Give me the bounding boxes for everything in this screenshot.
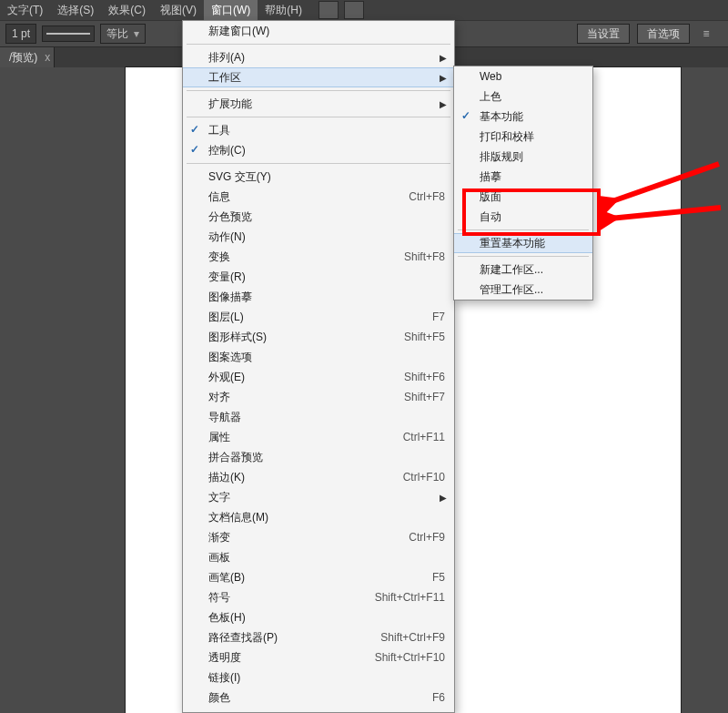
menu-effect[interactable]: 效果(C) xyxy=(101,0,153,20)
menu-item[interactable]: 信息Ctrl+F8 xyxy=(183,187,454,207)
menu-item-label: 文字 xyxy=(208,490,445,505)
menu-text[interactable]: 文字(T) xyxy=(0,0,50,20)
workspace-submenu[interactable]: Web上色✓基本功能打印和校样排版规则描摹版面自动重置基本功能新建工作区...管… xyxy=(453,66,593,300)
menu-separator xyxy=(187,163,450,164)
stroke-weight-field[interactable]: 1 pt xyxy=(5,24,36,44)
menu-view[interactable]: 视图(V) xyxy=(153,0,204,20)
submenu-item[interactable]: 新建工作区... xyxy=(454,260,592,280)
menu-item[interactable]: ✓控制(C) xyxy=(183,140,454,160)
close-icon[interactable]: x xyxy=(45,47,50,67)
menu-item[interactable]: 路径查找器(P)Shift+Ctrl+F9 xyxy=(183,627,454,647)
menu-item[interactable]: 导航器 xyxy=(183,407,454,427)
menu-item[interactable]: 符号Shift+Ctrl+F11 xyxy=(183,587,454,607)
bridge-icon[interactable] xyxy=(318,1,339,19)
menu-item-label: 导航器 xyxy=(208,410,445,425)
menu-item[interactable]: 描边(K)Ctrl+F10 xyxy=(183,467,454,487)
menu-item[interactable]: 画板 xyxy=(183,547,454,567)
menu-item[interactable]: 链接(I) xyxy=(183,667,454,688)
menu-item[interactable]: 属性Ctrl+F11 xyxy=(183,427,454,447)
menu-item[interactable]: 新建窗口(W) xyxy=(183,21,454,41)
menu-item[interactable]: 画笔(B)F5 xyxy=(183,567,454,587)
menu-item[interactable]: 文档信息(M) xyxy=(183,507,454,527)
document-tab[interactable]: /预览) x xyxy=(0,47,55,67)
menu-item[interactable]: 变量(R) xyxy=(183,267,454,287)
submenu-item[interactable]: 打印和校样 xyxy=(454,127,592,147)
menu-item-shortcut: Shift+F7 xyxy=(377,391,445,403)
scale-mode-select[interactable]: 等比 ▾ xyxy=(100,24,146,44)
submenu-item[interactable]: 版面 xyxy=(454,187,592,207)
menubar: 文字(T) 选择(S) 效果(C) 视图(V) 窗口(W) 帮助(H) xyxy=(0,0,728,20)
submenu-item[interactable]: 上色 xyxy=(454,87,592,107)
menu-item-label: 画板 xyxy=(208,550,445,565)
menu-item[interactable]: 动作(N) xyxy=(183,227,454,247)
menu-item-label: 新建窗口(W) xyxy=(208,24,445,39)
panel-menu-icon[interactable]: ≡ xyxy=(697,25,715,43)
menu-select[interactable]: 选择(S) xyxy=(50,0,101,20)
menu-item[interactable]: 渐变Ctrl+F9 xyxy=(183,527,454,547)
window-menu-dropdown[interactable]: 新建窗口(W)排列(A)▶工作区▶扩展功能▶✓工具✓控制(C)SVG 交互(Y)… xyxy=(182,20,455,713)
submenu-item[interactable]: 自动 xyxy=(454,207,592,227)
menu-item[interactable]: 对齐Shift+F7 xyxy=(183,387,454,407)
submenu-item[interactable]: Web xyxy=(454,66,592,87)
menu-item-label: 信息 xyxy=(208,189,381,205)
menu-item-label: 工作区 xyxy=(208,70,445,86)
menu-item-label: 图形样式(S) xyxy=(208,330,377,345)
submenu-item[interactable]: 排版规则 xyxy=(454,147,592,167)
submenu-item-label: 版面 xyxy=(480,189,583,205)
menu-item-label: 变量(R) xyxy=(208,270,445,285)
menu-item[interactable]: 图像描摹 xyxy=(183,287,454,307)
menu-item[interactable]: 工作区▶ xyxy=(183,67,454,87)
check-icon: ✓ xyxy=(190,123,199,136)
menu-item-label: 文档信息(M) xyxy=(208,510,445,525)
submenu-item[interactable]: 重置基本功能 xyxy=(454,233,592,253)
submenu-arrow-icon: ▶ xyxy=(440,73,447,83)
menu-separator xyxy=(187,44,450,45)
menu-item-shortcut: F5 xyxy=(405,571,445,584)
submenu-item-label: 管理工作区... xyxy=(480,282,583,298)
menu-item-label: 画笔(B) xyxy=(208,570,405,586)
stroke-preview[interactable] xyxy=(42,25,95,42)
submenu-item-label: 打印和校样 xyxy=(480,129,583,145)
menu-separator xyxy=(187,117,450,117)
menu-window[interactable]: 窗口(W) xyxy=(204,0,258,20)
menu-item[interactable]: 色板(H) xyxy=(183,607,454,627)
menu-item[interactable]: 扩展功能▶ xyxy=(183,94,454,114)
menu-item-label: 路径查找器(P) xyxy=(208,630,353,646)
submenu-item[interactable]: ✓基本功能 xyxy=(454,107,592,127)
submenu-arrow-icon: ▶ xyxy=(440,493,447,503)
menu-item[interactable]: 分色预览 xyxy=(183,207,454,227)
submenu-item-label: 自动 xyxy=(480,209,583,225)
menu-item-label: 拼合器预览 xyxy=(208,450,445,465)
preferences-button[interactable]: 首选项 xyxy=(637,24,690,44)
menu-item[interactable]: 文字▶ xyxy=(183,487,454,507)
menu-item[interactable]: ✓工具 xyxy=(183,120,454,140)
menu-item[interactable]: 透明度Shift+Ctrl+F10 xyxy=(183,647,454,667)
menu-item[interactable]: 图案选项 xyxy=(183,347,454,367)
arrange-docs-icon[interactable] xyxy=(344,1,364,19)
menu-item-shortcut: Ctrl+F10 xyxy=(376,471,445,484)
submenu-item[interactable]: 管理工作区... xyxy=(454,280,592,300)
menu-help[interactable]: 帮助(H) xyxy=(258,0,309,20)
submenu-item[interactable]: 描摹 xyxy=(454,167,592,187)
document-setup-button[interactable]: 当设置 xyxy=(577,24,630,44)
menu-item[interactable]: 图形样式(S)Shift+F5 xyxy=(183,327,454,347)
menu-item-shortcut: Shift+Ctrl+F11 xyxy=(348,591,445,604)
menu-item[interactable]: 颜色参考Shift+F3 xyxy=(183,708,454,713)
menu-item[interactable]: SVG 交互(Y) xyxy=(183,167,454,187)
menu-item[interactable]: 图层(L)F7 xyxy=(183,307,454,327)
menu-item-label: 描边(K) xyxy=(208,470,376,485)
menu-item-label: 属性 xyxy=(208,430,376,445)
menu-item[interactable]: 变换Shift+F8 xyxy=(183,247,454,267)
menu-item[interactable]: 拼合器预览 xyxy=(183,447,454,467)
check-icon: ✓ xyxy=(461,109,470,122)
menu-item[interactable]: 排列(A)▶ xyxy=(183,47,454,67)
menu-item-label: 外观(E) xyxy=(208,370,377,385)
menu-item[interactable]: 外观(E)Shift+F6 xyxy=(183,367,454,387)
menu-item[interactable]: 颜色F6 xyxy=(183,688,454,708)
menu-item-label: 排列(A) xyxy=(208,50,445,66)
submenu-item-label: Web xyxy=(480,70,583,83)
menu-item-label: 分色预览 xyxy=(208,209,445,225)
menu-item-label: 图层(L) xyxy=(208,310,405,325)
menu-item-label: SVG 交互(Y) xyxy=(208,169,445,185)
menu-item-shortcut: Shift+F8 xyxy=(377,250,445,263)
